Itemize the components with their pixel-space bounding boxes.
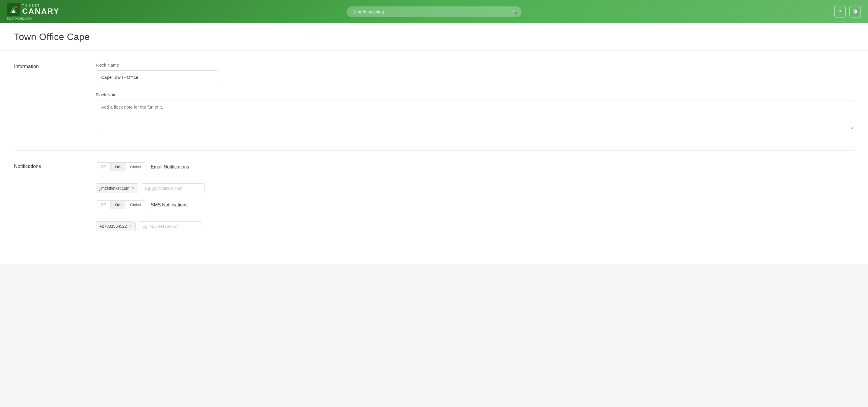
sms-off-btn[interactable]: Off: [96, 201, 111, 209]
logo-icon: [7, 3, 20, 16]
sms-toggle-group: Off On Global: [96, 200, 146, 209]
email-tag: jim@thinkst.com ×: [96, 183, 138, 193]
search-container: 🔍: [346, 6, 522, 17]
email-global-btn[interactable]: Global: [125, 163, 146, 171]
flock-name-label: Flock Name: [96, 62, 854, 67]
information-content: Flock Name Flock Note: [96, 62, 854, 139]
email-tag-remove[interactable]: ×: [132, 186, 134, 191]
flock-note-label: Flock Note: [96, 92, 854, 97]
settings-button[interactable]: ⚙: [849, 6, 861, 18]
sms-divider: [96, 214, 854, 214]
search-icon[interactable]: 🔍: [512, 9, 518, 14]
sms-global-btn[interactable]: Global: [125, 201, 146, 209]
email-tag-area: jim@thinkst.com ×: [96, 183, 854, 193]
information-section: Information Flock Name Flock Note: [14, 51, 854, 151]
email-on-btn[interactable]: On: [111, 163, 125, 171]
sms-on-btn[interactable]: On: [111, 201, 125, 209]
logo-area: THINKST CANARY inyoni-corp.com: [7, 3, 60, 21]
flock-note-textarea[interactable]: [96, 100, 854, 129]
information-label: Information: [14, 62, 96, 139]
svg-point-3: [14, 6, 17, 8]
domain-label: inyoni-corp.com: [7, 16, 32, 21]
logo-container: THINKST CANARY: [7, 3, 60, 16]
notifications-content: Off On Global Email Notifications jim@th…: [96, 162, 854, 238]
flock-name-group: Flock Name: [96, 62, 854, 84]
flock-name-input[interactable]: [96, 70, 218, 84]
search-wrapper: 🔍: [346, 6, 522, 17]
page-title: Town Office Cape: [14, 32, 854, 42]
page-title-bar: Town Office Cape: [0, 23, 868, 51]
search-input[interactable]: [346, 6, 522, 17]
canary-label: CANARY: [22, 7, 60, 15]
help-button[interactable]: ?: [834, 6, 846, 18]
notifications-section: Notifications Off On Global Email Notifi…: [14, 151, 854, 250]
email-tag-input[interactable]: [141, 183, 205, 193]
content: Information Flock Name Flock Note Notifi…: [0, 51, 868, 264]
flock-note-group: Flock Note: [96, 92, 854, 130]
notifications-label: Notifications: [14, 162, 96, 238]
email-off-btn[interactable]: Off: [96, 163, 111, 171]
header: THINKST CANARY inyoni-corp.com 🔍 ? ⚙: [0, 0, 868, 23]
email-toggle-row: Off On Global Email Notifications: [96, 162, 854, 171]
sms-tag-remove[interactable]: ×: [129, 224, 132, 229]
email-toggle-group: Off On Global: [96, 162, 146, 171]
sms-tag: +27833554522 ×: [96, 221, 135, 231]
logo-text: THINKST CANARY: [22, 4, 60, 15]
sms-notifications-label: SMS Notifications: [151, 202, 188, 208]
sms-tag-value: +27833554522: [99, 224, 127, 229]
sms-tag-area: +27833554522 ×: [96, 221, 854, 231]
email-notifications-label: Email Notifications: [151, 164, 189, 170]
sms-toggle-row: Off On Global SMS Notifications: [96, 200, 854, 209]
email-tag-value: jim@thinkst.com: [99, 186, 129, 191]
sms-tag-input[interactable]: [138, 221, 202, 231]
header-actions: ? ⚙: [834, 6, 861, 18]
email-divider: [96, 176, 854, 176]
